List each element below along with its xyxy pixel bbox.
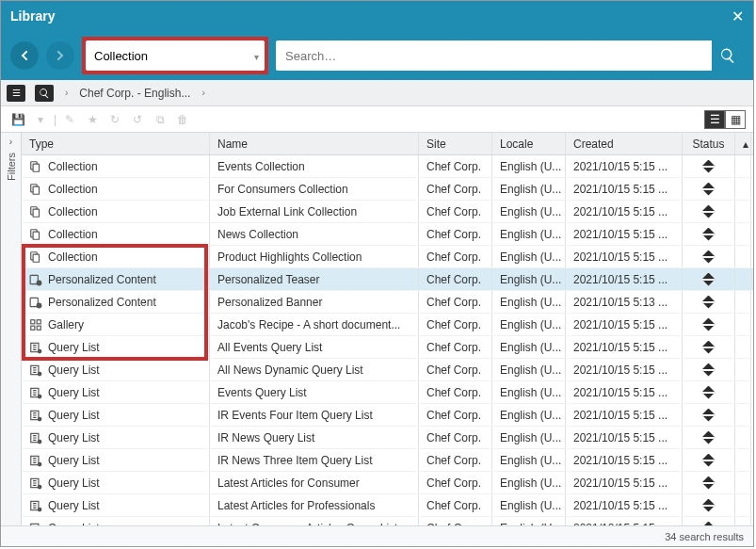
cell-type: Personalized Content (48, 296, 156, 309)
col-header-created[interactable]: Created (566, 133, 683, 154)
table-row[interactable]: CollectionProduct Highlights CollectionC… (22, 246, 753, 268)
status-icon (702, 431, 716, 444)
col-header-locale[interactable]: Locale (492, 133, 566, 154)
table-row[interactable]: CollectionFor Consumers CollectionChef C… (22, 178, 753, 201)
nav-toolbar: ▾ (1, 31, 753, 80)
grid-view-button[interactable]: ▦ (725, 110, 746, 129)
library-window: Library ✕ ▾ ☰ › Chef Corp. - Engl (0, 0, 754, 547)
querylist-icon (29, 431, 42, 444)
breadcrumb-bar: ☰ › Chef Corp. - English... › (1, 80, 753, 106)
table-row[interactable]: Query ListLatest Articles for Profession… (22, 494, 753, 517)
svg-rect-7 (33, 232, 39, 239)
col-header-name[interactable]: Name (210, 133, 419, 154)
search-mode-icon[interactable] (35, 85, 54, 102)
title-bar: Library ✕ (1, 1, 753, 31)
nav-forward-button[interactable] (46, 41, 74, 70)
table-row[interactable]: Personalized ContentPersonalized BannerC… (22, 291, 753, 314)
cell-type: Query List (48, 341, 100, 354)
status-icon (702, 341, 716, 354)
querylist-icon (29, 454, 42, 467)
grid-body[interactable]: CollectionEvents CollectionChef Corp.Eng… (22, 155, 753, 525)
table-row[interactable]: Query ListEvents Query ListChef Corp.Eng… (22, 381, 753, 404)
svg-point-13 (37, 302, 42, 308)
table-row[interactable]: Query ListAll News Dynamic Query ListChe… (22, 359, 753, 381)
cell-locale: English (U... (500, 409, 561, 422)
querylist-icon (29, 476, 42, 490)
scroll-up-icon[interactable]: ▴ (735, 133, 751, 154)
cell-created: 2021/10/15 5:15 ... (573, 160, 668, 173)
cell-created: 2021/10/15 5:15 ... (573, 183, 668, 196)
cell-site: Chef Corp. (426, 409, 481, 422)
table-row[interactable]: CollectionNews CollectionChef Corp.Engli… (22, 223, 753, 246)
cell-locale: English (U... (500, 431, 561, 444)
col-header-type[interactable]: Type (22, 133, 210, 154)
cell-locale: English (U... (500, 499, 561, 512)
svg-point-23 (38, 394, 42, 398)
status-icon (702, 228, 716, 241)
cell-created: 2021/10/15 5:15 ... (573, 386, 668, 399)
cell-name: IR News Query List (217, 431, 314, 444)
table-row[interactable]: Query ListLatest Consumer Articles Query… (22, 517, 753, 525)
table-row[interactable]: Query ListLatest Articles for ConsumerCh… (22, 472, 753, 494)
nav-back-button[interactable] (10, 41, 39, 70)
cell-name: News Collection (217, 228, 298, 241)
status-icon (702, 183, 716, 196)
table-row[interactable]: Query ListIR Events Four Item Query List… (22, 404, 753, 427)
delete-icon[interactable]: 🗑 (173, 113, 192, 126)
cell-locale: English (U... (500, 363, 561, 377)
cell-site: Chef Corp. (426, 205, 481, 218)
svg-rect-14 (31, 319, 35, 323)
personalized-icon (29, 273, 42, 286)
refresh-icon[interactable]: ↻ (105, 113, 124, 126)
table-row[interactable]: CollectionJob External Link CollectionCh… (22, 201, 753, 223)
cell-locale: English (U... (500, 183, 561, 196)
cell-name: Latest Articles for Professionals (217, 499, 375, 512)
search-input[interactable] (276, 40, 712, 71)
svg-point-19 (38, 348, 42, 353)
status-icon (702, 476, 716, 490)
cell-type: Query List (48, 522, 100, 526)
bookmark-icon[interactable]: ★ (83, 113, 102, 126)
save-icon[interactable]: 💾 (8, 113, 27, 126)
table-row[interactable]: Personalized ContentPersonalized TeaserC… (22, 268, 753, 291)
cell-name: Job External Link Collection (217, 205, 357, 218)
tree-icon[interactable]: ☰ (7, 85, 25, 102)
cell-locale: English (U... (500, 205, 561, 218)
svg-rect-17 (37, 326, 40, 330)
svg-point-21 (38, 371, 42, 376)
cell-created: 2021/10/15 5:15 ... (573, 273, 668, 286)
filters-panel-collapsed[interactable]: › Filters (1, 133, 22, 525)
table-row[interactable]: Query ListIR News Query ListChef Corp.En… (22, 427, 753, 449)
status-icon (702, 250, 716, 264)
querylist-icon (29, 341, 42, 354)
cell-created: 2021/10/15 5:15 ... (573, 409, 668, 422)
breadcrumb-item[interactable]: Chef Corp. - English... (79, 87, 190, 100)
type-dropdown[interactable]: ▾ (86, 50, 265, 63)
cell-type: Collection (48, 205, 98, 218)
cell-type: Query List (48, 386, 100, 399)
new-dropdown-icon[interactable]: ▾ (31, 113, 50, 126)
collection-icon (29, 183, 42, 196)
list-view-button[interactable]: ☰ (704, 110, 725, 129)
cell-name: Events Query List (217, 386, 307, 399)
close-icon[interactable]: ✕ (732, 8, 744, 25)
col-header-status[interactable]: Status (683, 133, 735, 154)
status-icon (702, 499, 716, 512)
table-row[interactable]: Query ListAll Events Query ListChef Corp… (22, 336, 753, 359)
col-header-site[interactable]: Site (419, 133, 492, 154)
svg-point-11 (37, 280, 42, 285)
revert-icon[interactable]: ↺ (128, 113, 147, 126)
cell-locale: English (U... (500, 341, 561, 354)
cell-site: Chef Corp. (426, 499, 481, 512)
table-row[interactable]: GalleryJacob's Recipe - A short document… (22, 314, 753, 336)
type-dropdown-input[interactable] (86, 40, 265, 71)
cell-locale: English (U... (500, 386, 561, 399)
table-row[interactable]: Query ListIR News Three Item Query ListC… (22, 449, 753, 472)
copy-icon[interactable]: ⧉ (151, 113, 169, 126)
cell-name: Latest Articles for Consumer (217, 476, 360, 490)
edit-icon[interactable]: ✎ (60, 113, 79, 126)
table-row[interactable]: CollectionEvents CollectionChef Corp.Eng… (22, 155, 753, 178)
search-button[interactable] (712, 40, 744, 71)
grid-header: Type Name Site Locale Created Status ▴ (22, 133, 753, 155)
status-icon (702, 363, 716, 377)
